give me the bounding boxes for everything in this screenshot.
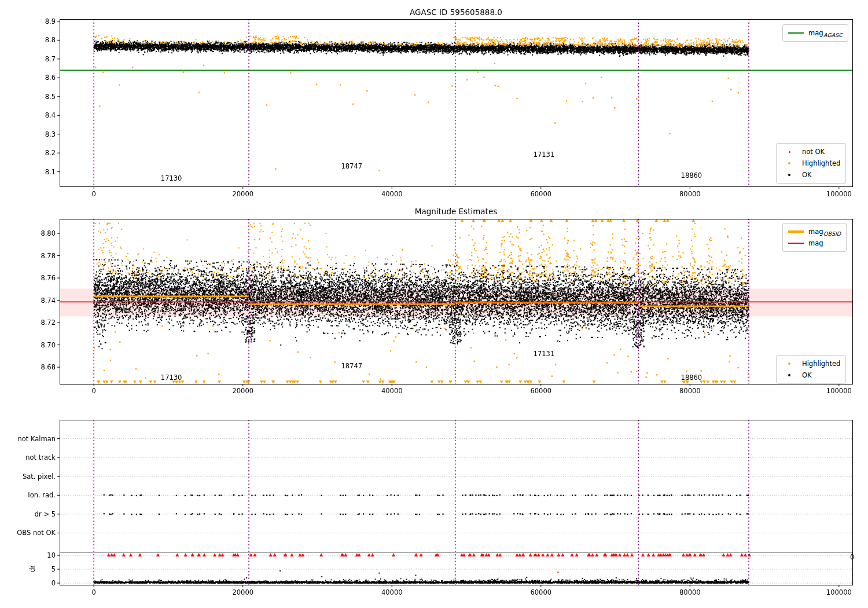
orange-dot-icon: [788, 362, 790, 365]
panel1-title: AGASC ID 595605888.0: [60, 8, 852, 17]
x-tick-label: 20000: [232, 589, 253, 596]
legend-label-mag: mag: [808, 239, 823, 247]
x-tick-label: 60000: [530, 191, 551, 198]
y-tick-label: 8.1: [45, 168, 56, 175]
red-dot-icon: [789, 151, 790, 153]
not-ok-dot-swatch: [781, 151, 798, 153]
y-tick-label: 8.2: [45, 149, 56, 157]
obsid-label: 17130: [161, 174, 182, 182]
ok-dot-swatch: [781, 174, 798, 176]
y-tick-label: 8.7: [45, 56, 56, 63]
panel1-marker-legend: not OK Highlighted OK: [776, 143, 846, 184]
legend-entry-ok: OK: [781, 369, 840, 381]
obsid-label: 17131: [534, 350, 555, 357]
legend-entry-mag-obsid: magOBSID: [787, 226, 841, 237]
x-tick-label: 100000: [826, 387, 852, 395]
flag-row-label: Ion. rad.: [28, 492, 56, 499]
y-tick-label: 8.76: [41, 274, 56, 282]
x-tick-label: 40000: [381, 387, 403, 395]
highlighted-dot-swatch: [781, 162, 798, 164]
flag-row-label: not track: [25, 454, 56, 462]
x-tick-label: 0: [92, 387, 96, 395]
y-tick-label: 8.8: [45, 36, 56, 44]
x-tick-label: 80000: [679, 387, 701, 395]
x-tick-label: 60000: [530, 387, 551, 395]
legend-label-highlighted: Highlighted: [802, 159, 840, 167]
y-tick-label: 8.3: [45, 130, 56, 138]
flag-row-label: Sat. pixel.: [23, 473, 56, 480]
y-tick-label: 8.4: [45, 112, 56, 119]
obsid-label: 17131: [534, 151, 555, 158]
legend-label-sub: OBSID: [823, 230, 841, 237]
x-tick-label: 40000: [381, 589, 403, 596]
panel1-line-legend: magAGASC: [782, 24, 848, 42]
obsid-label: 18747: [341, 162, 362, 170]
x-tick-label: 80000: [679, 589, 701, 596]
clipped-tick-label: 0: [850, 554, 854, 561]
obsid-label: 18860: [681, 171, 703, 179]
legend-label-not-ok: not OK: [802, 148, 825, 156]
x-tick-label: 40000: [381, 191, 403, 198]
legend-label-main: mag: [808, 29, 823, 37]
black-dot-icon: [788, 374, 790, 376]
y-tick-label: 0: [52, 580, 56, 587]
panel2-line-legend: magOBSID mag: [782, 223, 847, 252]
legend-entry-not-ok: not OK: [781, 146, 840, 158]
highlighted-dot-swatch: [781, 362, 798, 365]
mag-agasc-line-swatch: [787, 32, 804, 34]
flag-row-label: dr > 5: [35, 511, 56, 518]
obsid-label: 17130: [161, 374, 182, 382]
legend-entry-highlighted: Highlighted: [781, 158, 840, 169]
figure-canvas: [0, 0, 868, 608]
y-tick-label: 8.6: [45, 74, 56, 82]
panel2-marker-legend: Highlighted OK: [776, 355, 846, 384]
x-tick-label: 0: [92, 589, 96, 596]
legend-entry-highlighted: Highlighted: [781, 358, 840, 369]
legend-entry-mag-agasc: magAGASC: [787, 27, 843, 39]
y-tick-label: 8.72: [41, 319, 56, 327]
y-tick-label: 8.5: [45, 93, 56, 100]
flag-row-label: OBS not OK: [17, 529, 56, 537]
obsid-label: 18747: [341, 362, 362, 369]
mag-obsid-line-swatch: [787, 230, 804, 233]
dr-axis-label: dr: [28, 565, 36, 573]
y-tick-label: 8.70: [41, 341, 56, 349]
y-tick-label: 8.78: [41, 252, 56, 259]
legend-label-ok: OK: [802, 171, 812, 179]
legend-label-mag-agasc: magAGASC: [808, 29, 843, 37]
x-tick-label: 20000: [232, 387, 253, 395]
legend-entry-mag: mag: [787, 237, 841, 249]
y-tick-label: 8.68: [41, 364, 56, 371]
x-tick-label: 100000: [826, 191, 852, 198]
orange-dot-icon: [788, 162, 790, 164]
legend-label-highlighted: Highlighted: [802, 360, 840, 368]
legend-label-main: mag: [808, 239, 823, 247]
red-line-icon: [788, 243, 804, 244]
obsid-label: 18860: [681, 374, 703, 382]
orange-line-icon: [788, 230, 804, 233]
x-tick-label: 100000: [826, 589, 852, 596]
legend-label-sub: AGASC: [823, 32, 843, 38]
y-tick-label: 5: [52, 566, 56, 573]
figure: AGASC ID 595605888.0 Magnitude Estimates…: [0, 0, 868, 608]
green-line-icon: [788, 32, 804, 34]
y-tick-label: 10: [47, 552, 56, 559]
y-tick-label: 8.80: [41, 230, 56, 237]
ok-dot-swatch: [781, 374, 798, 376]
mag-line-swatch: [787, 243, 804, 244]
legend-label-main: mag: [808, 228, 823, 236]
y-tick-label: 8.9: [45, 18, 56, 25]
flag-row-label: not Kalman: [17, 435, 56, 442]
legend-entry-ok: OK: [781, 169, 840, 181]
panel2-title: Magnitude Estimates: [60, 207, 852, 216]
legend-label-ok: OK: [802, 371, 812, 379]
x-tick-label: 0: [92, 191, 96, 198]
x-tick-label: 60000: [530, 589, 551, 596]
black-dot-icon: [788, 174, 790, 176]
legend-label-mag-obsid: magOBSID: [808, 228, 841, 236]
y-tick-label: 8.74: [41, 296, 56, 304]
x-tick-label: 80000: [679, 191, 701, 198]
x-tick-label: 20000: [232, 191, 253, 198]
